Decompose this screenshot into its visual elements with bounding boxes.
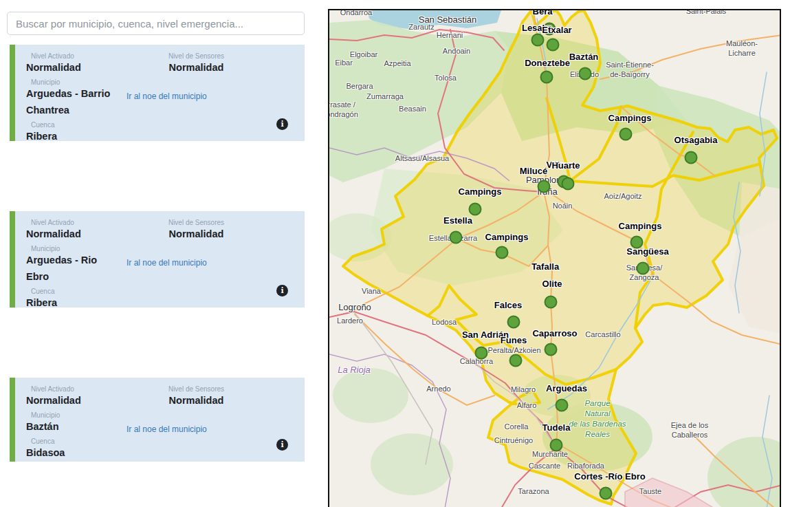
station-marker-label: Caparroso [532, 328, 577, 338]
station-marker-label: Campings [619, 221, 662, 231]
cuenca-label: Cuenca [26, 438, 120, 445]
station-marker-label: Campings [459, 186, 502, 197]
municipio-value: Arguedas - Rio Ebro [26, 252, 120, 285]
info-icon[interactable]: i [276, 285, 288, 296]
station-marker-label: Tafalla [531, 261, 559, 272]
cuenca-label: Cuenca [26, 121, 120, 129]
nivel-activado-label: Nivel Activado [26, 52, 120, 60]
station-marker-label: Otsagabia [674, 135, 718, 145]
nivel-sensores-label: Nivel de Sensores [120, 52, 298, 60]
app: Nivel Activado Normalidad Municipio Argu… [0, 0, 812, 507]
station-marker-label: Arguedas [546, 383, 587, 393]
station-marker-label: Doneztebe [525, 58, 570, 68]
station-marker-label: Campings [485, 232, 529, 242]
municipality-card[interactable]: Nivel Activado Normalidad Municipio Argu… [10, 45, 305, 141]
cuenca-value: Ribera [26, 129, 120, 145]
nivel-activado-label: Nivel Activado [26, 219, 120, 226]
municipio-label: Municipio [26, 245, 120, 252]
station-marker-label: Baztán [569, 52, 599, 62]
station-marker-label: Bera [533, 9, 553, 17]
map-marker-labels-layer: BeraLesakaEtxalarDoneztebeBaztánCampings… [329, 10, 780, 507]
card-left-column: Nivel Activado Normalidad Municipio Bazt… [26, 383, 120, 455]
station-marker-label: Cortes -Río Ebro [574, 471, 645, 482]
municipio-label: Municipio [26, 78, 120, 86]
cuenca-label: Cuenca [26, 288, 120, 295]
municipality-card[interactable]: Nivel Activado Normalidad Municipio Argu… [10, 211, 305, 308]
search-input[interactable] [7, 12, 305, 35]
station-marker-label: Funes [501, 335, 527, 345]
municipio-value: Baztán [26, 419, 120, 435]
nivel-sensores-value: Normalidad [120, 226, 298, 243]
card-left-column: Nivel Activado Normalidad Municipio Argu… [26, 217, 120, 301]
card-right-column: Nivel de Sensores Normalidad Ir al noe d… [120, 50, 298, 134]
nivel-activado-value: Normalidad [26, 60, 120, 76]
nivel-sensores-value: Normalidad [120, 60, 298, 76]
go-to-municipality-link[interactable]: Ir al noe del municipio [127, 258, 207, 268]
cuenca-value: Ribera [26, 295, 120, 312]
nivel-activado-value: Normalidad [26, 226, 120, 243]
nivel-sensores-label: Nivel de Sensores [120, 219, 298, 226]
station-marker-label: Estella [443, 215, 472, 226]
info-icon[interactable]: i [276, 118, 288, 130]
station-marker-label: Olite [542, 279, 562, 289]
card-right-column: Nivel de Sensores Normalidad Ir al noe d… [120, 217, 298, 301]
nivel-sensores-value: Normalidad [120, 393, 298, 409]
card-left-column: Nivel Activado Normalidad Municipio Argu… [26, 50, 120, 134]
results-sidebar: Nivel Activado Normalidad Municipio Argu… [0, 0, 316, 507]
station-marker-label: Tudela [542, 422, 571, 433]
station-marker-label: Sangüesa [626, 246, 668, 257]
nivel-sensores-label: Nivel de Sensores [120, 385, 298, 393]
card-right-column: Nivel de Sensores Normalidad Ir al noe d… [120, 383, 298, 455]
map-view[interactable]: OndarroaSan SebastiánZarautzHernaniSaint… [328, 9, 781, 507]
station-marker-label: Etxalar [542, 25, 571, 35]
municipio-value: Arguedas - Barrio Chantrea [26, 86, 120, 119]
go-to-municipality-link[interactable]: Ir al noe del municipio [127, 424, 207, 434]
station-marker-label: Milucé [520, 166, 547, 176]
station-marker-label: Falces [494, 300, 522, 310]
go-to-municipality-link[interactable]: Ir al noe del municipio [127, 91, 207, 101]
nivel-activado-label: Nivel Activado [26, 385, 120, 393]
info-icon[interactable]: i [276, 439, 288, 451]
cuenca-value: Bidasoa [26, 445, 120, 462]
station-marker-label: Campings [608, 113, 652, 123]
municipio-label: Municipio [26, 411, 120, 419]
nivel-activado-value: Normalidad [26, 393, 120, 409]
station-marker-label: Huarte [551, 160, 580, 171]
municipality-card[interactable]: Nivel Activado Normalidad Municipio Bazt… [10, 378, 305, 462]
